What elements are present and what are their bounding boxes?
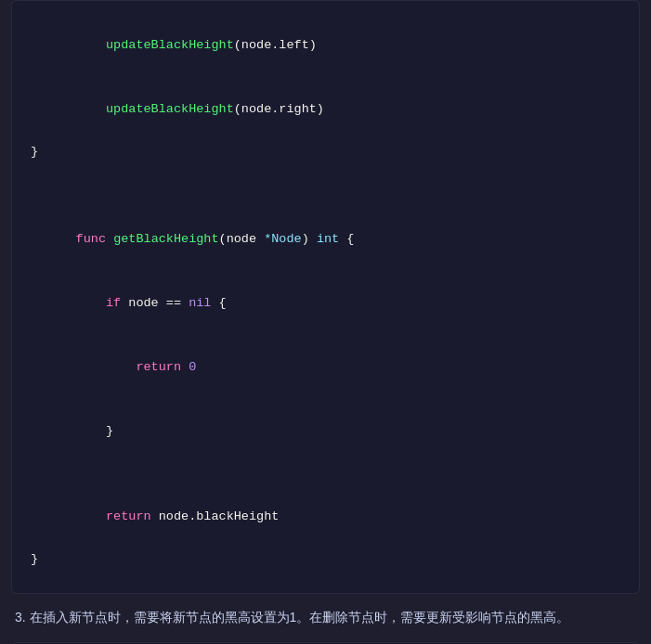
code-block-1: updateBlackHeight(node.left) updateBlack…: [11, 0, 640, 176]
code-block-2: func getBlackHeight(node *Node) int { if…: [11, 176, 640, 584]
code-line: [31, 187, 620, 209]
code-line: }: [31, 549, 620, 571]
code-line: }: [31, 142, 620, 163]
prose-paragraph-1: 3. 在插入新节点时，需要将新节点的黑高设置为1。在删除节点时，需要更新受影响节…: [15, 607, 636, 629]
prose-section-1: 3. 在插入新节点时，需要将新节点的黑高设置为1。在删除节点时，需要更新受影响节…: [0, 594, 651, 642]
code-line: updateBlackHeight(node.right): [31, 78, 620, 142]
code-line: return 0: [31, 336, 620, 400]
code-line: }: [31, 400, 620, 464]
page-wrapper: updateBlackHeight(node.left) updateBlack…: [0, 0, 651, 644]
code-line: [31, 464, 620, 485]
code-line: if node == nil {: [31, 272, 620, 336]
code-line: func getBlackHeight(node *Node) int {: [31, 209, 620, 273]
code-line: updateBlackHeight(node.left): [31, 14, 620, 78]
code-line: return node.blackHeight: [31, 485, 620, 549]
